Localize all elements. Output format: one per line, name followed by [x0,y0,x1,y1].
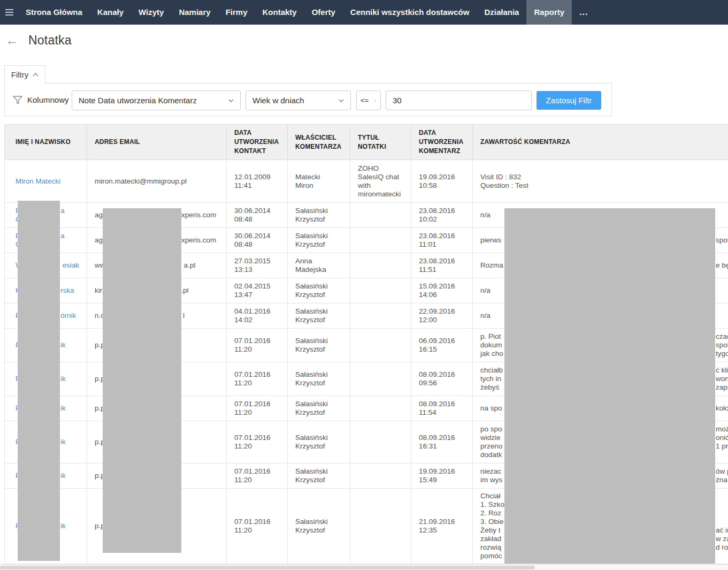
back-arrow-icon[interactable]: ← [4,34,20,47]
table-row: Miron Mateckimiron.matecki@mmigroup.pl12… [5,160,728,203]
date-line: 13:13 [234,265,284,274]
owner-line: Krzysztof [295,316,347,324]
chevron-up-icon [33,73,39,77]
note-title-cell [350,362,411,396]
date-line: 21.09.2016 [419,518,469,526]
filter-operator-select[interactable]: <= [356,90,381,110]
date-line: 13:47 [234,291,284,299]
comment-right-fragment: spot [716,236,728,245]
owner-line: Krzysztof [295,408,347,417]
comment-owner-cell: SałasińskiKrzysztof [288,203,350,228]
comment-created-cell: 15.09.201614:06 [411,278,473,303]
chevron-down-icon [228,99,234,102]
filter-value-input[interactable] [386,90,532,110]
owner-line: Sałasiński [295,434,347,442]
nav-item-raporty[interactable]: Raporty [526,0,572,25]
nav-item-wizyty[interactable]: Wizyty [131,0,171,25]
comment-created-cell: 08.09.201616:31 [411,421,473,463]
comment-content-cell: Visit ID : 832Question : Test [473,160,728,203]
comment-right-fragment: ć kliewonizapr [716,366,728,392]
comment-line [716,451,728,459]
contact-name-link[interactable]: Miron Matecki [16,177,83,186]
comment-line: spot [716,341,728,349]
comment-line: d roli [716,543,728,552]
owner-line: Krzysztof [295,291,347,299]
contact-created-cell: 27.03.201513:13 [227,253,288,278]
date-line: 07.01.2016 [234,370,284,379]
note-title-line: with [358,181,408,190]
filter-criteria-select[interactable]: Wiek w dniach [246,90,351,110]
filter-criteria-value: Wiek w dniach [252,96,304,105]
filter-operator-value: <= [361,96,369,104]
contact-created-cell: 07.01.201611:20 [227,362,288,396]
date-line: 07.01.2016 [234,434,284,442]
nav-item-kontakty[interactable]: Kontakty [255,0,304,25]
nav-item-dzialania[interactable]: Działania [477,0,526,25]
date-line: 08:48 [234,240,284,249]
comment-right-fragment: możlonić1 pr [716,425,728,459]
page-header: ← Notatka [4,33,72,48]
note-title-line: SalesIQ chat [358,173,408,181]
comment-line: możl [716,425,728,434]
contact-created-cell: 07.01.201611:20 [227,463,288,489]
date-line: 23.08.2016 [419,232,469,240]
date-line: 07.01.2016 [234,400,284,408]
note-title-cell [350,278,411,303]
date-line: 11:54 [419,408,469,417]
date-line: 04.01.2016 [234,307,284,316]
filter-column-value: Note Data utworzenia Komentarz [79,96,197,105]
comment-line: ć klie [716,366,728,375]
comment-right-fragment: e bę [716,261,728,270]
nav-item-strona-glowna[interactable]: Strona Główna [18,0,90,25]
hamburger-menu-icon[interactable] [0,0,18,25]
comment-right-fragment: czaćspottygo [716,332,728,358]
date-line: 02.04.2015 [234,282,284,291]
comment-owner-cell: SałasińskiKrzysztof [288,489,350,564]
comment-created-cell: 23.08.201610:02 [411,203,473,228]
apply-filter-button[interactable]: Zastosuj Filtr [537,91,601,110]
filter-column-select[interactable]: Note Data utworzenia Komentarz [72,90,241,110]
comment-created-cell: 23.08.201611:51 [411,253,473,278]
comment-owner-cell: SałasińskiKrzysztof [288,396,350,421]
date-line: 10:58 [419,181,469,190]
date-line: 15.09.2016 [419,282,469,291]
scrollbar-thumb[interactable] [0,566,535,569]
owner-line: Krzysztof [295,215,347,224]
owner-line: Madejska [295,265,347,274]
nav-item-cenniki-wszystkich-dostawcow[interactable]: Cenniki wszystkich dostawców [343,0,477,25]
contact-created-cell: 02.04.201513:47 [227,278,288,303]
owner-line: Sałasiński [295,232,347,240]
comment-line: żna [716,476,728,484]
owner-line: Sałasiński [295,370,347,379]
note-title-line: mironmatecki [358,190,408,199]
contact-name-line: Miron Matecki [16,177,83,186]
owner-line: Sałasiński [295,467,347,476]
comment-line [716,492,728,500]
filters-toggle[interactable]: Filtry [4,65,45,83]
owner-line: Sałasiński [295,307,347,316]
nav-item-kanaly[interactable]: Kanały [90,0,131,25]
chevron-down-icon [339,99,344,102]
note-title-cell [350,329,411,362]
note-title-cell [350,396,411,421]
nav-item-firmy[interactable]: Firmy [218,0,255,25]
comment-owner-cell: SałasińskiKrzysztof [288,228,350,253]
date-line: 11:41 [234,181,284,190]
date-line: 08.09.2016 [419,400,469,408]
comment-created-cell: 21.09.201612:35 [411,489,473,564]
owner-line: Krzysztof [295,345,347,354]
contact-created-cell: 30.06.201408:48 [227,203,288,228]
date-line: 30.06.2014 [234,232,284,240]
nav-item-namiary[interactable]: Namiary [171,0,218,25]
nav-item-oferty[interactable]: Oferty [304,0,343,25]
comment-created-cell: 19.09.201615:49 [411,463,473,489]
redaction-box-comments [504,208,715,564]
date-line: 14:06 [419,291,469,299]
comment-line: e bę [716,261,728,270]
owner-line: Sałasiński [295,518,347,526]
owner-line: Matecki [295,173,347,181]
nav-item-more[interactable]: ... [572,0,595,25]
contact-name-cell: Miron Matecki [5,160,87,203]
note-title-cell [350,253,411,278]
date-line: 11:20 [234,345,284,354]
